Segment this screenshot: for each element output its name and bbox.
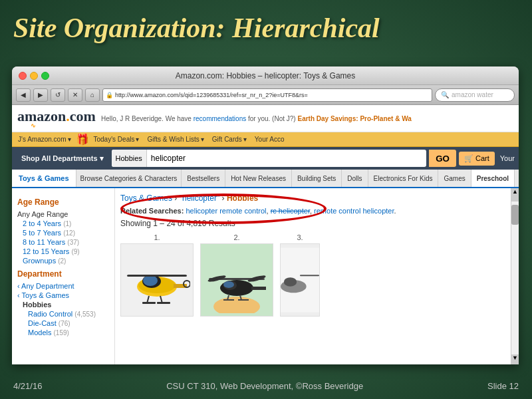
stop-button[interactable]: ✕ bbox=[68, 88, 82, 102]
secure-icon: 🔒 bbox=[106, 92, 113, 98]
sidebar-models[interactable]: Models (159) bbox=[28, 328, 109, 337]
your-label: Your bbox=[500, 154, 515, 162]
nav-js-amazon[interactable]: J's Amazon.com ▾ bbox=[15, 134, 74, 144]
related-3[interactable]: remote control helicopter bbox=[314, 207, 394, 215]
results-count: Showing 1 – 24 of 4,810 Results bbox=[120, 219, 513, 228]
amazon-logo-dot: . bbox=[66, 108, 70, 124]
svg-rect-26 bbox=[223, 299, 234, 301]
tab-browse-categories[interactable]: Browse Categories & Characters bbox=[76, 170, 182, 187]
tab-electronics[interactable]: Electronics For Kids bbox=[368, 170, 439, 187]
svg-point-31 bbox=[284, 277, 297, 287]
product-image-2[interactable] bbox=[200, 243, 273, 317]
svg-rect-8 bbox=[142, 302, 156, 304]
scrollbar[interactable]: ▲ ▼ bbox=[511, 188, 519, 364]
cart-icon: 🛒 bbox=[464, 154, 473, 163]
nav-today-deals[interactable]: Today's Deals ▾ bbox=[90, 134, 143, 144]
sidebar-any-age[interactable]: Any Age Range bbox=[17, 209, 109, 219]
sidebar-grownups[interactable]: Grownups (2) bbox=[23, 256, 109, 265]
tab-toys-games[interactable]: Toys & Games bbox=[12, 170, 76, 187]
product-item-3[interactable]: 3. bbox=[280, 233, 320, 317]
tab-dolls[interactable]: Dolls bbox=[342, 170, 368, 187]
helicopter-black-svg bbox=[203, 247, 270, 313]
related-searches: Related Searches: helicopter remote cont… bbox=[120, 207, 513, 215]
sidebar-age-8-11[interactable]: 8 to 11 Years (37) bbox=[23, 237, 109, 247]
sidebar-hobbies[interactable]: Hobbies bbox=[23, 300, 109, 309]
related-2[interactable]: rc helicopter bbox=[271, 207, 310, 215]
scroll-thumb[interactable] bbox=[511, 205, 519, 225]
address-bar[interactable]: 🔒 http://www.amazon.com/s/qid=1239685331… bbox=[102, 88, 432, 102]
department-title: Department bbox=[17, 269, 109, 279]
browser-search[interactable]: 🔍 amazon water bbox=[435, 88, 515, 102]
address-text: http://www.amazon.com/s/qid=1239685331/r… bbox=[115, 92, 308, 98]
product-num-1: 1. bbox=[120, 233, 194, 241]
category-tabs: Toys & Games Browse Categories & Charact… bbox=[12, 170, 519, 188]
product-image-3[interactable] bbox=[280, 243, 320, 317]
svg-rect-14 bbox=[230, 300, 237, 313]
maximize-button[interactable] bbox=[41, 72, 49, 80]
search-icon: 🔍 bbox=[441, 91, 449, 98]
browser-controls bbox=[19, 72, 49, 80]
helicopter-yellow-svg bbox=[124, 247, 190, 313]
tab-preschool[interactable]: Preschool bbox=[471, 170, 515, 187]
browser-window: Amazon.com: Hobbies – helicopter: Toys &… bbox=[12, 66, 519, 364]
product-num-2: 2. bbox=[200, 233, 273, 241]
amazon-search-bar: Shop All Departments ▾ Hobbies helicopte… bbox=[12, 147, 519, 170]
related-1[interactable]: helicopter remote control bbox=[186, 207, 266, 215]
search-go-button[interactable]: GO bbox=[429, 150, 456, 167]
forward-button[interactable]: ▶ bbox=[33, 88, 48, 102]
breadcrumb-hobbies: Hobbies bbox=[227, 194, 258, 203]
helicopter-3-svg bbox=[281, 247, 319, 313]
svg-point-19 bbox=[223, 281, 234, 288]
sidebar-die-cast[interactable]: Die-Cast (76) bbox=[28, 319, 109, 328]
search-department[interactable]: Hobbies bbox=[112, 150, 147, 167]
minimize-button[interactable] bbox=[30, 72, 38, 80]
reload-button[interactable]: ↺ bbox=[51, 88, 65, 102]
age-range-title: Age Range bbox=[17, 198, 109, 207]
sidebar-age-2-4[interactable]: 2 to 4 Years (1) bbox=[23, 219, 109, 228]
recommendations-link[interactable]: recommendations bbox=[194, 115, 246, 122]
footer-slide: Slide 12 bbox=[487, 381, 519, 391]
tab-bestsellers[interactable]: Bestsellers bbox=[182, 170, 225, 187]
scroll-down[interactable]: ▼ bbox=[511, 354, 519, 364]
amazon-nav: J's Amazon.com ▾ 🎁 Today's Deals ▾ Gifts… bbox=[12, 132, 519, 147]
tab-games[interactable]: Games bbox=[438, 170, 471, 187]
search-query-field[interactable]: helicopter bbox=[147, 150, 426, 167]
cart-button[interactable]: 🛒 Cart bbox=[459, 152, 495, 166]
sidebar-toys-games[interactable]: ‹ Toys & Games bbox=[17, 291, 109, 300]
footer-date: 4/21/16 bbox=[13, 381, 42, 391]
breadcrumb-toys-games[interactable]: Toys & Games bbox=[120, 194, 172, 203]
product-image-1[interactable] bbox=[120, 243, 194, 317]
amazon-logo: amazon.com ∿ bbox=[17, 108, 96, 129]
browser-titlebar: Amazon.com: Hobbies – helicopter: Toys &… bbox=[12, 66, 519, 85]
sidebar-age-12-15[interactable]: 12 to 15 Years (9) bbox=[23, 247, 109, 256]
svg-rect-5 bbox=[127, 275, 187, 277]
footer-course: CSU CT 310, Web Development, ©Ross Bever… bbox=[166, 381, 363, 391]
nav-gift-cards[interactable]: Gift Cards ▾ bbox=[209, 134, 250, 144]
close-button[interactable] bbox=[19, 72, 27, 80]
sidebar: Age Range Any Age Range 2 to 4 Years (1)… bbox=[12, 188, 115, 364]
nav-gifts[interactable]: Gifts & Wish Lists ▾ bbox=[144, 134, 207, 144]
dropdown-arrow-icon: ▾ bbox=[100, 154, 104, 163]
sidebar-radio-control[interactable]: Radio Control (4,553) bbox=[28, 309, 109, 319]
back-button[interactable]: ◀ bbox=[16, 88, 31, 102]
tab-hot-new[interactable]: Hot New Releases bbox=[225, 170, 292, 187]
slide-footer: 4/21/16 CSU CT 310, Web Development, ©Ro… bbox=[0, 381, 532, 391]
tab-building[interactable]: Building Sets bbox=[292, 170, 342, 187]
sidebar-any-dept[interactable]: ‹ Any Department bbox=[17, 281, 109, 291]
slide-title: Site Organization: Hierarchical bbox=[13, 12, 380, 44]
header-greeting: Hello, J R Beveridge. We have recommenda… bbox=[101, 115, 513, 122]
shop-all-button[interactable]: Shop All Departments ▾ bbox=[16, 152, 109, 166]
sidebar-age-5-7[interactable]: 5 to 7 Years (12) bbox=[23, 228, 109, 237]
breadcrumb: Toys & Games › "helicopter" › Hobbies bbox=[120, 194, 513, 203]
product-num-3: 3. bbox=[280, 233, 320, 241]
browser-title: Amazon.com: Hobbies – helicopter: Toys &… bbox=[19, 71, 512, 80]
nav-account[interactable]: Your Acco bbox=[251, 134, 288, 144]
home-button[interactable]: ⌂ bbox=[85, 88, 100, 102]
product-item-1[interactable]: 1. bbox=[120, 233, 194, 317]
breadcrumb-helicopter[interactable]: "helicopter" bbox=[180, 194, 220, 203]
scroll-up[interactable]: ▲ bbox=[511, 188, 519, 201]
browser-content: amazon.com ∿ Hello, J R Beveridge. We ha… bbox=[12, 105, 519, 364]
product-item-2[interactable]: 2. bbox=[200, 233, 273, 317]
browser-toolbar: ◀ ▶ ↺ ✕ ⌂ 🔒 http://www.amazon.com/s/qid=… bbox=[12, 85, 519, 105]
svg-rect-23 bbox=[251, 287, 266, 290]
